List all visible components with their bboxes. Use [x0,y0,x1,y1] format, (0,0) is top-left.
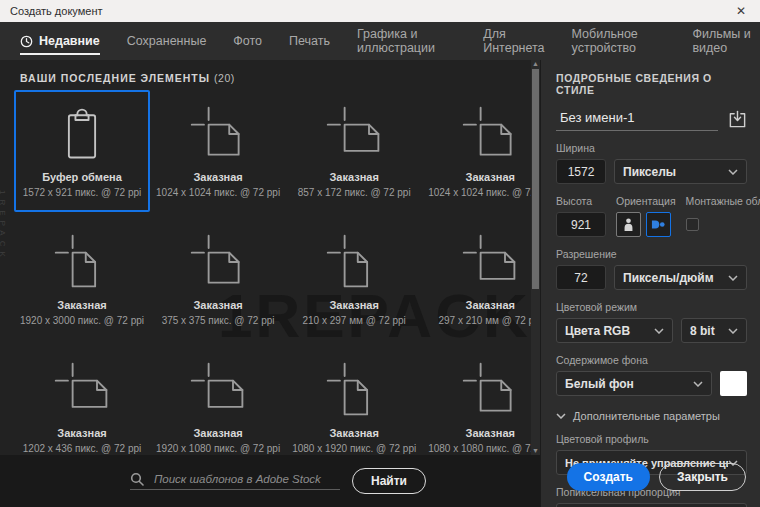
background-value: Белый фон [565,377,693,391]
orientation-label: Ориентация [616,195,676,207]
color-mode-label: Цветовой режим [556,301,747,313]
recent-item-dimensions: 297 x 210 мм @ 72 ppi [439,315,541,326]
height-input[interactable] [556,212,606,237]
orientation-landscape-button[interactable] [646,212,671,237]
tab-0[interactable]: Недавние [20,22,100,60]
scroll-down-icon[interactable]: ▼ [532,447,539,455]
document-portrait-icon [52,228,112,295]
tab-label: Для Интернета [483,27,544,55]
recent-item-dimensions: 1572 x 921 пикс. @ 72 ppi [23,187,142,198]
tab-label: Недавние [39,34,100,48]
chevron-down-icon [728,169,738,175]
recent-item-title: Заказная [193,171,242,183]
titlebar: Создать документ ✕ [0,0,760,22]
chevron-down-icon [654,328,664,334]
document-portrait-icon [324,356,384,423]
scrollbar-thumb[interactable] [532,69,539,289]
document-name-field[interactable]: Без имени-1 [556,110,718,131]
background-label: Содержимое фона [556,354,747,366]
document-portrait-icon [324,228,384,295]
width-unit-value: Пикселы [623,165,728,179]
resolution-label: Разрешение [556,248,747,260]
scroll-up-icon[interactable]: ▲ [532,60,539,68]
recent-item-dimensions: 1080 x 1080 пикс. @ 72 ppi [428,443,540,454]
recent-grid: Буфер обмена1572 x 921 пикс. @ 72 ppi За… [14,90,526,468]
tab-6[interactable]: Мобильное устройство [572,22,666,60]
recent-item-1[interactable]: Заказная1024 x 1024 пикс. @ 72 ppi [150,90,286,212]
tab-5[interactable]: Для Интернета [483,22,544,60]
recent-item-title: Заказная [193,427,242,439]
artboards-checkbox[interactable] [686,218,699,231]
recent-item-10[interactable]: Заказная1080 x 1920 пикс. @ 72 ppi [286,346,422,468]
recent-item-11[interactable]: Заказная1080 x 1080 пикс. @ 72 ppi [422,346,540,468]
color-mode-dropdown[interactable]: Цвета RGB [556,318,673,343]
recent-item-title: Заказная [329,427,378,439]
recent-item-5[interactable]: Заказная375 x 375 пикс. @ 72 ppi [150,218,286,340]
find-button[interactable]: Найти [352,468,426,494]
color-profile-label: Цветовой профиль [556,433,747,445]
tab-7[interactable]: Фильмы и видео [692,22,760,60]
recent-item-dimensions: 1202 x 436 пикс. @ 72 ppi [23,443,142,454]
close-button[interactable]: Закрыть [659,463,746,491]
recent-item-0[interactable]: Буфер обмена1572 x 921 пикс. @ 72 ppi [14,90,150,212]
resolution-input[interactable] [556,265,606,290]
search-input[interactable] [154,473,334,485]
style-details-panel: ПОДРОБНЫЕ СВЕДЕНИЯ О СТИЛЕ Без имени-1 Ш… [540,60,760,507]
background-dropdown[interactable]: Белый фон [556,371,712,396]
recent-item-title: Буфер обмена [42,171,122,183]
vertical-scrollbar[interactable]: ▲ ▼ [531,60,540,455]
artboards-label: Монтажные области [686,195,760,207]
recent-item-dimensions: 1080 x 1920 пикс. @ 72 ppi [292,443,416,454]
recent-item-title: Заказная [193,299,242,311]
pixel-aspect-dropdown[interactable]: Квадратные пикселы [556,503,747,507]
document-landscape-icon [324,100,384,167]
search-icon [130,472,144,486]
recent-item-9[interactable]: Заказная1920 x 1080 пикс. @ 72 ppi [150,346,286,468]
resolution-unit-dropdown[interactable]: Пикселы/дюйм [614,265,747,290]
tab-2[interactable]: Фото [233,22,262,60]
recent-item-title: Заказная [329,171,378,183]
advanced-options-toggle[interactable]: Дополнительные параметры [556,410,747,422]
recent-item-dimensions: 375 x 375 пикс. @ 72 ppi [162,315,275,326]
recent-item-2[interactable]: Заказная857 x 172 пикс. @ 72 ppi [286,90,422,212]
tab-label: Мобильное устройство [572,27,666,55]
recent-item-8[interactable]: Заказная1202 x 436 пикс. @ 72 ppi [14,346,150,468]
recent-item-title: Заказная [57,299,106,311]
tab-4[interactable]: Графика и иллюстрации [357,22,456,60]
recent-item-title: Заказная [466,427,515,439]
width-unit-dropdown[interactable]: Пикселы [614,159,747,184]
tab-label: Печать [289,34,330,48]
recent-item-4[interactable]: Заказная1920 x 3000 пикс. @ 72 ppi [14,218,150,340]
recent-item-7[interactable]: Заказная297 x 210 мм @ 72 ppi [422,218,540,340]
stock-search-bar: Найти [0,455,540,507]
recent-item-title: Заказная [57,427,106,439]
recent-item-3[interactable]: Заказная1024 x 1024 пикс. @ 72 ppi [422,90,540,212]
recent-header: ВАШИ ПОСЛЕДНИЕ ЭЛЕМЕНТЫ(20) [20,72,235,84]
orientation-portrait-button[interactable] [616,212,641,237]
main-area: 1REPACK 1REPACK ВАШИ ПОСЛЕДНИЕ ЭЛЕМЕНТЫ(… [0,60,760,507]
advanced-options-label: Дополнительные параметры [573,410,720,422]
document-square-icon [460,356,520,423]
recent-item-title: Заказная [466,171,515,183]
width-input[interactable] [556,159,606,184]
tab-1[interactable]: Сохраненные [127,22,207,60]
tab-label: Графика и иллюстрации [357,27,456,55]
recent-documents-panel: 1REPACK 1REPACK ВАШИ ПОСЛЕДНИЕ ЭЛЕМЕНТЫ(… [0,60,540,507]
background-color-swatch[interactable] [720,371,747,396]
bit-depth-value: 8 bit [690,324,728,338]
chevron-down-icon [728,275,738,281]
recent-item-dimensions: 1920 x 3000 пикс. @ 72 ppi [20,315,144,326]
document-landscape-icon [460,228,520,295]
search-field[interactable] [130,472,340,490]
color-mode-value: Цвета RGB [565,324,654,338]
save-preset-icon[interactable] [728,110,747,129]
recent-item-dimensions: 1920 x 1080 пикс. @ 72 ppi [156,443,280,454]
close-icon[interactable]: ✕ [732,0,750,22]
bit-depth-dropdown[interactable]: 8 bit [681,318,747,343]
recent-count: (20) [214,72,235,84]
recent-item-6[interactable]: Заказная210 x 297 мм @ 72 ppi [286,218,422,340]
tab-3[interactable]: Печать [289,22,330,60]
document-square-icon [460,100,520,167]
create-button[interactable]: Создать [567,463,650,491]
document-landscape-icon [52,356,112,423]
